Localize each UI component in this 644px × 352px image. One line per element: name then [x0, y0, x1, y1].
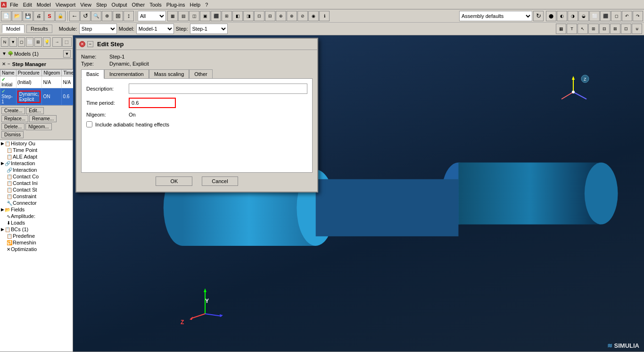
tb-v12[interactable]: ⊗ [287, 11, 297, 21]
menu-tools[interactable]: Tools [147, 1, 164, 8]
tab-basic[interactable]: Basic [81, 69, 104, 79]
tree-item[interactable]: ∿ Amplitude: [0, 213, 73, 219]
tb-v5[interactable]: ⬛ [211, 11, 221, 21]
expand-models[interactable]: ▼ [2, 51, 7, 56]
tb-v4[interactable]: ▣ [200, 11, 210, 21]
tb-v2[interactable]: ▤ [178, 11, 189, 21]
tb-left-7[interactable]: → [52, 37, 62, 47]
tree-item[interactable]: 📋 Contact St [0, 186, 73, 193]
tb-new[interactable]: 📄 [1, 11, 11, 21]
menu-viewport[interactable]: Viewport [53, 1, 78, 8]
assembly-dropdown[interactable]: Assembly defaults [459, 11, 532, 21]
dialog-minimize-button[interactable]: − [87, 41, 93, 47]
tb-left-5[interactable]: ⊞ [34, 37, 42, 47]
menu-other[interactable]: Other [130, 1, 148, 8]
time-period-input[interactable] [129, 98, 176, 108]
tb-v13[interactable]: ⊘ [297, 11, 308, 21]
dismiss-button[interactable]: Dismiss [1, 131, 24, 138]
menu-model[interactable]: Model [34, 1, 53, 8]
tb-v3[interactable]: ◫ [189, 11, 199, 21]
tb-r7[interactable]: ◻ [611, 11, 621, 21]
tb2-5[interactable]: ⊟ [599, 24, 610, 34]
tb-refresh[interactable]: ↻ [533, 11, 544, 21]
create-button[interactable]: Create... [1, 107, 25, 114]
tb2-8[interactable]: ⊎ [632, 24, 642, 34]
tb-left-2[interactable]: ▼ [9, 37, 17, 47]
edit-button[interactable]: Edit... [26, 107, 44, 114]
tb2-3[interactable]: ↖ [578, 24, 588, 34]
menu-step[interactable]: Step [94, 1, 109, 8]
tb-save[interactable]: 💾 [23, 11, 33, 21]
menu-view[interactable]: View [78, 1, 94, 8]
tb-v1[interactable]: ▦ [167, 11, 178, 21]
tree-item[interactable]: 📋 ALE Adapt [0, 153, 73, 160]
tb-arrow2[interactable]: ↺ [80, 11, 91, 21]
replace-button[interactable]: Replace... [1, 115, 28, 122]
menu-plugins[interactable]: Plug-ins [164, 1, 188, 8]
tb-r2[interactable]: ◐ [557, 11, 567, 21]
results-tab-btn[interactable]: Results [26, 25, 52, 33]
tb-lock[interactable]: 🔒 [55, 11, 66, 21]
tb-r9[interactable]: ↷ [633, 11, 643, 21]
menu-edit[interactable]: Edit [21, 1, 34, 8]
tb-r8[interactable]: ↶ [622, 11, 632, 21]
tree-item[interactable]: 🔧 Connector [0, 200, 73, 206]
tb-search2[interactable]: ⊕ [102, 11, 112, 21]
model-tab-btn[interactable]: Model [2, 25, 25, 33]
menu-output[interactable]: Output [109, 1, 130, 8]
tree-item[interactable]: ▶ 📋 BCs (1) [0, 226, 73, 233]
tree-item[interactable]: ⬇ Loads [0, 219, 73, 226]
menu-question[interactable]: ? [203, 1, 210, 8]
tb-arrow[interactable]: ← [69, 11, 80, 21]
tab-mass-scaling[interactable]: Mass scaling [149, 69, 190, 79]
tree-item[interactable]: 📋 Predefine [0, 233, 73, 239]
menu-file[interactable]: File [8, 1, 21, 8]
tree-item[interactable]: 🔁 Remeshin [0, 239, 73, 246]
menu-help[interactable]: Help [188, 1, 203, 8]
tb-print[interactable]: 🖨 [33, 11, 44, 21]
dialog-close-button[interactable]: ✕ [79, 41, 85, 47]
module-select[interactable]: Step [79, 24, 117, 34]
tb2-2[interactable]: T [567, 24, 577, 34]
tb-left-6[interactable]: 💡 [43, 37, 50, 47]
adiabatic-checkbox[interactable] [86, 121, 92, 127]
tb-left-8[interactable]: ⬚ [62, 37, 72, 47]
select-dropdown[interactable]: All [138, 11, 166, 21]
tree-item[interactable]: ▶ 🔗 Interaction [0, 160, 73, 167]
tb-v6[interactable]: ⊞ [222, 11, 232, 21]
ok-button[interactable]: OK [156, 176, 192, 186]
tb-v7[interactable]: ◧ [232, 11, 243, 21]
tree-item[interactable]: 📋 Time Point [0, 147, 73, 153]
tree-item[interactable]: ▶ 📋 History Ou [0, 140, 73, 147]
description-input[interactable] [129, 84, 307, 94]
tb-open[interactable]: 📂 [12, 11, 22, 21]
tb-left-4[interactable]: ⬜ [26, 37, 33, 47]
step-manager-min[interactable]: − [8, 61, 10, 67]
models-settings[interactable]: ▼ [63, 50, 71, 58]
tree-item[interactable]: 📋 Contact Ini [0, 180, 73, 186]
tb-v14[interactable]: ◉ [308, 11, 319, 21]
tb-sauvegarde[interactable]: S [44, 11, 55, 21]
tb2-1[interactable]: ▦ [556, 24, 566, 34]
tb2-4[interactable]: ⊞ [588, 24, 599, 34]
tb-v15[interactable]: ℹ [319, 11, 330, 21]
viewport[interactable]: Y Z Z ≋ SIMULIA ✕ [73, 35, 644, 352]
tb-left-1[interactable]: N [1, 37, 8, 47]
tree-item[interactable]: 📋 Contact Co [0, 173, 73, 180]
tb-search[interactable]: 🔍 [91, 11, 101, 21]
tb-v9[interactable]: ⊡ [254, 11, 264, 21]
tree-item[interactable]: 📋 Constraint [0, 193, 73, 200]
tb-r5[interactable]: ⬜ [589, 11, 600, 21]
table-row[interactable]: ✓ Step-1 Dynamic, Explicit ON 0.6 [0, 88, 75, 105]
tb-r1[interactable]: ⬤ [546, 11, 556, 21]
tb-r4[interactable]: ◒ [578, 11, 589, 21]
delete-button[interactable]: Delete... [1, 123, 25, 130]
tb-v10[interactable]: ⊟ [265, 11, 275, 21]
tb-left-3[interactable]: ◻ [18, 37, 25, 47]
step-manager-close[interactable]: ✕ [2, 61, 6, 67]
tree-item[interactable]: ▶ 📂 Fields [0, 206, 73, 213]
table-row[interactable]: ✓ Initial (Initial) N/A N/A [0, 76, 75, 88]
tab-other[interactable]: Other [189, 69, 213, 79]
tree-item[interactable]: 🔗 Interaction [0, 167, 73, 173]
model-select[interactable]: Model-1 [136, 24, 174, 34]
